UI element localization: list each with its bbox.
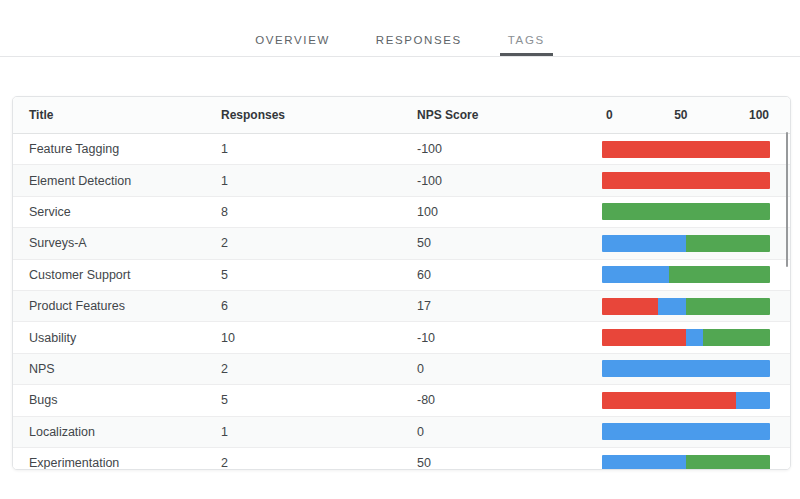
row-title: Localization	[29, 425, 221, 439]
tab-tags[interactable]: TAGS	[500, 34, 553, 56]
nps-bar	[602, 455, 770, 470]
row-responses: 6	[221, 299, 417, 313]
promoters-segment	[602, 203, 770, 220]
row-responses: 8	[221, 205, 417, 219]
row-title: Service	[29, 205, 221, 219]
row-nps-score: 50	[417, 236, 602, 250]
passives-segment	[602, 235, 686, 252]
promoters-segment	[686, 235, 770, 252]
row-title: Feature Tagging	[29, 142, 221, 156]
row-nps-score: 17	[417, 299, 602, 313]
row-responses: 2	[221, 362, 417, 376]
table-row[interactable]: Localization 1 0	[13, 417, 790, 448]
row-title: Product Features	[29, 299, 221, 313]
tab-responses[interactable]: RESPONSES	[368, 34, 470, 56]
detractors-segment	[602, 392, 736, 409]
row-responses: 1	[221, 142, 417, 156]
row-title: Customer Support	[29, 268, 221, 282]
row-responses: 5	[221, 393, 417, 407]
row-nps-score: 0	[417, 362, 602, 376]
table-row[interactable]: Usability 10 -10	[13, 322, 790, 353]
passives-segment	[658, 298, 686, 315]
column-header-nps-score: NPS Score	[417, 108, 602, 122]
table-row[interactable]: Surveys-A 2 50	[13, 228, 790, 259]
nps-scale-header: 0 50 100	[602, 108, 770, 122]
nps-bar	[602, 141, 770, 158]
row-nps-score: 60	[417, 268, 602, 282]
table-body: Feature Tagging 1 -100 Element Detection…	[13, 134, 790, 470]
table-row[interactable]: Element Detection 1 -100	[13, 165, 790, 196]
row-responses: 2	[221, 236, 417, 250]
row-nps-score: -80	[417, 393, 602, 407]
detractors-segment	[602, 329, 686, 346]
nps-bar	[602, 329, 770, 346]
table-row[interactable]: Product Features 6 17	[13, 291, 790, 322]
passives-segment	[736, 392, 770, 409]
detractors-segment	[602, 141, 770, 158]
row-title: Surveys-A	[29, 236, 221, 250]
passives-segment	[602, 360, 770, 377]
row-title: Bugs	[29, 393, 221, 407]
tab-overview[interactable]: OVERVIEW	[247, 34, 338, 56]
row-responses: 2	[221, 456, 417, 470]
row-nps-score: -100	[417, 142, 602, 156]
passives-segment	[602, 455, 686, 470]
promoters-segment	[686, 298, 770, 315]
scale-label-100: 100	[749, 108, 770, 122]
promoters-segment	[703, 329, 770, 346]
nps-bar	[602, 172, 770, 189]
scale-label-0: 0	[602, 108, 613, 122]
promoters-segment	[669, 266, 770, 283]
scale-label-50: 50	[674, 108, 687, 122]
table-header-row: Title Responses NPS Score 0 50 100	[13, 97, 790, 134]
detractors-segment	[602, 172, 770, 189]
row-responses: 1	[221, 174, 417, 188]
nps-bar	[602, 266, 770, 283]
promoters-segment	[686, 455, 770, 470]
row-responses: 5	[221, 268, 417, 282]
nps-bar	[602, 203, 770, 220]
passives-segment	[602, 423, 770, 440]
row-responses: 10	[221, 331, 417, 345]
nps-bar	[602, 298, 770, 315]
row-nps-score: 50	[417, 456, 602, 470]
nps-bar	[602, 392, 770, 409]
table-row[interactable]: Feature Tagging 1 -100	[13, 134, 790, 165]
row-title: Usability	[29, 331, 221, 345]
table-row[interactable]: Bugs 5 -80	[13, 385, 790, 416]
scrollbar-thumb[interactable]	[786, 132, 788, 267]
column-header-title: Title	[29, 108, 221, 122]
nps-bar	[602, 423, 770, 440]
row-title: NPS	[29, 362, 221, 376]
column-header-responses: Responses	[221, 108, 417, 122]
row-nps-score: -100	[417, 174, 602, 188]
row-title: Element Detection	[29, 174, 221, 188]
passives-segment	[602, 266, 669, 283]
passives-segment	[686, 329, 703, 346]
tags-table-card: Title Responses NPS Score 0 50 100 Featu…	[12, 96, 791, 470]
detractors-segment	[602, 298, 658, 315]
row-nps-score: 100	[417, 205, 602, 219]
row-title: Experimentation	[29, 456, 221, 470]
table-row[interactable]: Experimentation 2 50	[13, 448, 790, 470]
tab-bar: OVERVIEWRESPONSESTAGS	[0, 0, 800, 57]
nps-bar	[602, 235, 770, 252]
row-nps-score: -10	[417, 331, 602, 345]
table-row[interactable]: NPS 2 0	[13, 354, 790, 385]
table-row[interactable]: Service 8 100	[13, 197, 790, 228]
row-responses: 1	[221, 425, 417, 439]
row-nps-score: 0	[417, 425, 602, 439]
nps-bar	[602, 360, 770, 377]
table-row[interactable]: Customer Support 5 60	[13, 260, 790, 291]
